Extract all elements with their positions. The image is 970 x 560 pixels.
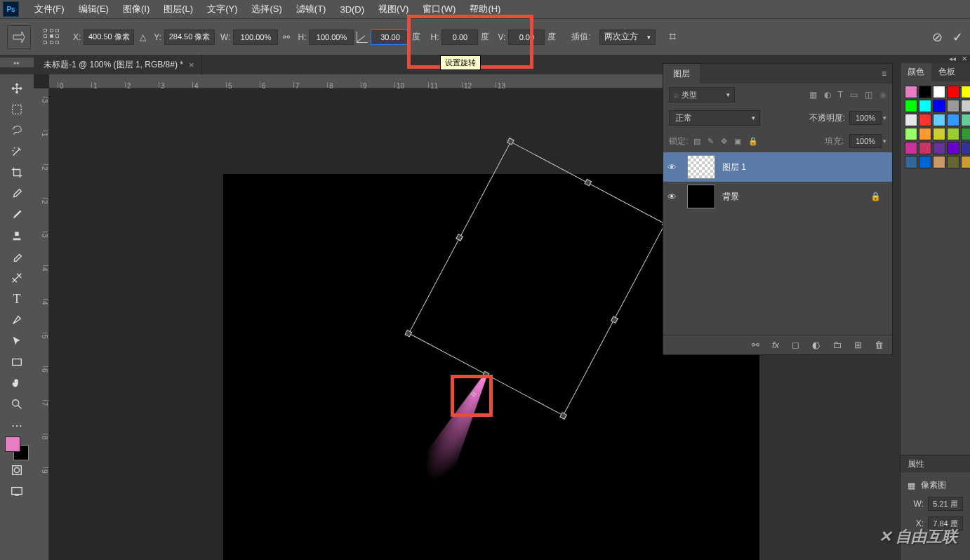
path-select-tool[interactable] <box>6 331 28 351</box>
link-icon[interactable]: ⚯ <box>279 30 293 44</box>
crop-tool[interactable] <box>6 163 28 182</box>
swatch-color[interactable] <box>905 156 917 168</box>
filter-pixel-icon[interactable]: ▦ <box>809 90 817 100</box>
lock-all-icon[interactable]: 🔒 <box>748 137 758 146</box>
delta-icon[interactable]: △ <box>135 30 150 44</box>
w-input[interactable] <box>233 29 278 45</box>
layer-mask-icon[interactable]: ◻ <box>792 340 799 350</box>
more-tools-icon[interactable]: ⋯ <box>6 415 28 435</box>
prop-w-input[interactable] <box>928 497 963 511</box>
swatch-color[interactable] <box>919 100 931 112</box>
swatch-color[interactable] <box>905 114 917 126</box>
swatch-color[interactable] <box>947 114 959 126</box>
fill-input[interactable] <box>849 134 882 148</box>
layer-row[interactable]: 👁 背景 🔒 <box>663 182 892 211</box>
menu-window[interactable]: 窗口(W) <box>416 0 463 18</box>
swatch-color[interactable] <box>919 156 931 168</box>
ruler-horizontal[interactable]: 0 1 2 3 4 5 6 7 8 9 10 11 12 13 <box>49 74 759 88</box>
swatch-color[interactable] <box>905 142 917 154</box>
zoom-tool[interactable] <box>6 394 28 414</box>
layer-name[interactable]: 图层 1 <box>722 161 746 173</box>
opacity-input[interactable] <box>849 111 882 125</box>
screen-mode-tool[interactable] <box>6 481 28 501</box>
filter-shape-icon[interactable]: ▭ <box>850 90 858 100</box>
menu-type[interactable]: 文字(Y) <box>200 0 244 18</box>
swatch-color[interactable] <box>961 86 970 98</box>
swatch-color[interactable] <box>961 100 970 112</box>
layer-thumbnail[interactable] <box>687 185 715 208</box>
link-layers-icon[interactable]: ⚯ <box>752 340 759 350</box>
document-tab[interactable]: 未标题-1 @ 100% (图层 1, RGB/8#) * × <box>36 55 202 74</box>
panel-close-icon[interactable]: ✕ <box>962 55 967 65</box>
warp-mode-icon[interactable]: ⌗ <box>665 30 679 44</box>
canvas-area[interactable] <box>34 74 759 560</box>
layer-filter-select[interactable]: ⌕类型 <box>669 87 735 102</box>
swatch-color[interactable] <box>947 100 959 112</box>
menu-help[interactable]: 帮助(H) <box>463 0 507 18</box>
menu-select[interactable]: 选择(S) <box>244 0 288 18</box>
menu-image[interactable]: 图像(I) <box>116 0 157 18</box>
swatch-color[interactable] <box>947 142 959 154</box>
lock-indicator-icon[interactable]: 🔒 <box>870 192 881 201</box>
group-icon[interactable]: 🗀 <box>832 340 842 350</box>
quick-mask-tool[interactable] <box>6 460 28 480</box>
swatch-color[interactable] <box>905 100 917 112</box>
menu-layer[interactable]: 图层(L) <box>157 0 200 18</box>
filter-smart-icon[interactable]: ◫ <box>865 90 872 100</box>
lock-transparency-icon[interactable]: ▨ <box>693 137 700 146</box>
swatch-color[interactable] <box>961 156 970 168</box>
swatch-color[interactable] <box>933 86 945 98</box>
layer-fx-icon[interactable]: fx <box>772 340 779 350</box>
swatch-color[interactable] <box>961 114 970 126</box>
panel-menu-icon[interactable]: ≡ <box>876 69 892 79</box>
swatch-color[interactable] <box>919 114 931 126</box>
menu-file[interactable]: 文件(F) <box>27 0 72 18</box>
interpolation-select[interactable]: 两次立方 <box>599 29 656 45</box>
filter-type-icon[interactable]: T <box>838 90 843 100</box>
h-input[interactable] <box>309 29 354 45</box>
marquee-tool[interactable] <box>6 100 28 119</box>
swatch-color[interactable] <box>919 86 931 98</box>
eraser-tool[interactable] <box>6 247 28 267</box>
swatch-color[interactable] <box>933 114 945 126</box>
layer-thumbnail[interactable] <box>687 155 715 179</box>
panel-collapse-icon[interactable]: ◂◂ <box>949 55 956 65</box>
swatch-color[interactable] <box>961 128 970 140</box>
menu-view[interactable]: 视图(V) <box>371 0 416 18</box>
color-swatches[interactable] <box>5 436 29 460</box>
lock-artboard-icon[interactable]: ▣ <box>734 137 741 146</box>
transform-pivot-icon[interactable]: ✧ <box>469 389 479 399</box>
adjustment-layer-icon[interactable]: ◐ <box>812 340 820 350</box>
tab-layers[interactable]: 图层 <box>663 64 700 84</box>
filter-adjust-icon[interactable]: ◐ <box>824 90 831 100</box>
brush-tool[interactable] <box>6 205 28 225</box>
swatch-color[interactable] <box>905 86 917 98</box>
layer-row[interactable]: 👁 图层 1 <box>663 152 892 182</box>
eyedropper-tool[interactable] <box>6 184 28 204</box>
lasso-tool[interactable] <box>6 121 28 140</box>
skew-h-input[interactable] <box>441 29 478 45</box>
x-input[interactable] <box>84 29 134 45</box>
skew-v-input[interactable] <box>508 29 545 45</box>
gradient-tool[interactable] <box>6 268 28 288</box>
hand-tool[interactable] <box>6 373 28 393</box>
menu-3d[interactable]: 3D(D) <box>333 1 371 18</box>
swatch-color[interactable] <box>933 142 945 154</box>
swatch-color[interactable] <box>933 156 945 168</box>
tab-color[interactable]: 颜色 <box>901 63 931 81</box>
swatch-color[interactable] <box>919 128 931 140</box>
magic-wand-tool[interactable] <box>6 142 28 161</box>
lock-position-icon[interactable]: ✥ <box>721 137 727 146</box>
tab-properties[interactable]: 属性 <box>901 455 970 472</box>
swatch-color[interactable] <box>947 156 959 168</box>
move-tool[interactable] <box>6 79 28 98</box>
visibility-icon[interactable]: 👁 <box>667 192 680 202</box>
cancel-transform-icon[interactable]: ⊘ <box>932 29 943 45</box>
visibility-icon[interactable]: 👁 <box>667 162 680 173</box>
rectangle-tool[interactable] <box>6 352 28 372</box>
new-layer-icon[interactable]: ⊞ <box>854 340 862 350</box>
swatch-color[interactable] <box>905 128 917 140</box>
swatch-color[interactable] <box>919 142 931 154</box>
filter-toggle-icon[interactable]: ◉ <box>879 90 886 100</box>
tab-swatch[interactable]: 色板 <box>931 63 962 81</box>
